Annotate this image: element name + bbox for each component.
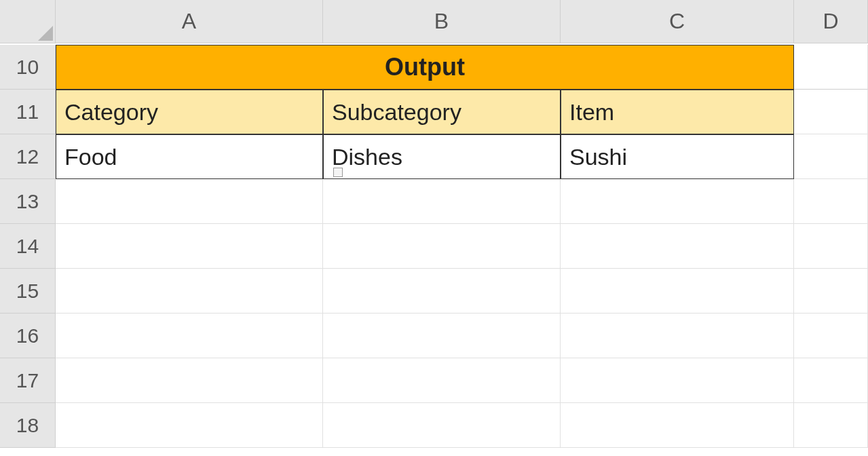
output-title-cell[interactable]: Output <box>56 45 794 90</box>
row-header-13[interactable]: 13 <box>0 179 56 224</box>
cell-c18[interactable] <box>561 403 794 448</box>
cell-d18[interactable] <box>794 403 868 448</box>
column-header-d[interactable]: D <box>794 0 868 43</box>
cell-item[interactable]: Sushi <box>561 134 794 179</box>
cell-b14[interactable] <box>323 224 561 269</box>
spreadsheet-grid[interactable]: A B C D 10 Output 11 Category Subcategor… <box>0 0 868 448</box>
cell-a15[interactable] <box>56 269 323 314</box>
cell-d11[interactable] <box>794 90 868 134</box>
select-all-corner[interactable] <box>0 0 56 43</box>
cell-category[interactable]: Food <box>56 134 323 179</box>
cell-d16[interactable] <box>794 314 868 358</box>
cell-d13[interactable] <box>794 179 868 224</box>
row-header-18[interactable]: 18 <box>0 403 56 448</box>
cell-c13[interactable] <box>561 179 794 224</box>
column-header-a[interactable]: A <box>56 0 323 43</box>
cell-b16[interactable] <box>323 314 561 358</box>
row-header-16[interactable]: 16 <box>0 314 56 358</box>
cell-b15[interactable] <box>323 269 561 314</box>
cell-c15[interactable] <box>561 269 794 314</box>
cell-d10[interactable] <box>794 45 868 90</box>
cell-a16[interactable] <box>56 314 323 358</box>
header-category[interactable]: Category <box>56 90 323 134</box>
row-header-11[interactable]: 11 <box>0 90 56 134</box>
cell-a17[interactable] <box>56 358 323 403</box>
cell-d15[interactable] <box>794 269 868 314</box>
row-header-10[interactable]: 10 <box>0 45 56 90</box>
row-header-12[interactable]: 12 <box>0 134 56 179</box>
cell-c14[interactable] <box>561 224 794 269</box>
cell-d17[interactable] <box>794 358 868 403</box>
row-header-14[interactable]: 14 <box>0 224 56 269</box>
cell-b18[interactable] <box>323 403 561 448</box>
cell-c17[interactable] <box>561 358 794 403</box>
cell-b13[interactable] <box>323 179 561 224</box>
column-header-c[interactable]: C <box>561 0 794 43</box>
cell-a14[interactable] <box>56 224 323 269</box>
header-item[interactable]: Item <box>561 90 794 134</box>
column-header-b[interactable]: B <box>323 0 561 43</box>
cell-a18[interactable] <box>56 403 323 448</box>
cell-b17[interactable] <box>323 358 561 403</box>
row-header-17[interactable]: 17 <box>0 358 56 403</box>
cell-d14[interactable] <box>794 224 868 269</box>
cell-subcategory[interactable]: Dishes <box>323 134 561 179</box>
cell-c16[interactable] <box>561 314 794 358</box>
header-subcategory[interactable]: Subcategory <box>323 90 561 134</box>
cell-d12[interactable] <box>794 134 868 179</box>
cell-a13[interactable] <box>56 179 323 224</box>
row-header-15[interactable]: 15 <box>0 269 56 314</box>
